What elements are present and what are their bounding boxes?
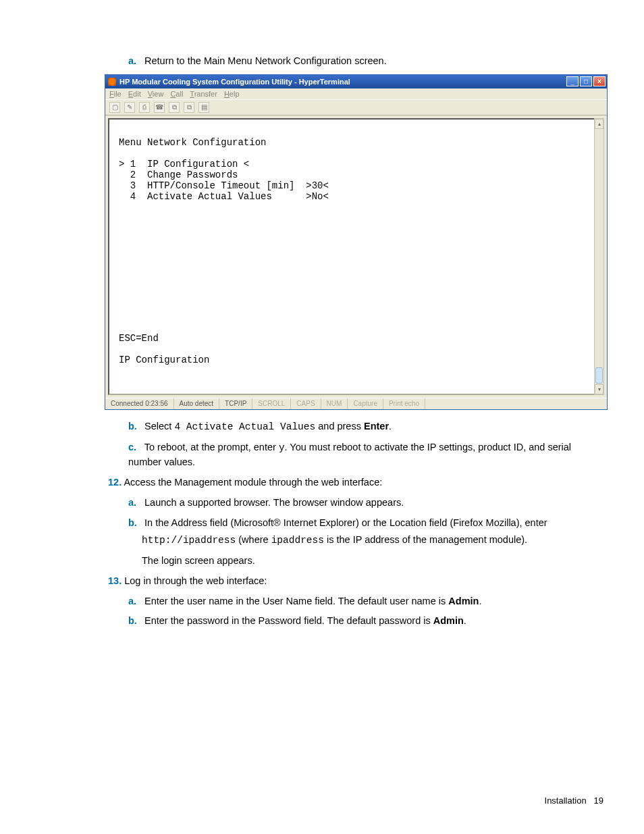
toolbar: ▢ ✎ ⎙ ☎ ⧉ ⧉ ▤ <box>105 99 607 115</box>
menu-call[interactable]: Call <box>170 90 183 98</box>
page-footer: Installation 19 <box>545 796 603 806</box>
status-num: NUM <box>321 398 348 409</box>
paste-icon[interactable]: ⧉ <box>184 102 194 113</box>
window-title: HP Modular Cooling System Configuration … <box>119 78 350 86</box>
substep-a-text: Return to the Main Menu Network Configur… <box>144 55 387 66</box>
step-13: 13. Log in through the web interface: <box>41 574 603 589</box>
status-printecho: Print echo <box>383 398 425 409</box>
status-proto: TCP/IP <box>219 398 252 409</box>
marker-a: a. <box>128 54 142 69</box>
new-icon[interactable]: ▢ <box>109 102 120 113</box>
print-icon[interactable]: ⎙ <box>139 102 150 113</box>
menu-view[interactable]: View <box>148 90 164 98</box>
marker-c: c. <box>128 440 142 455</box>
scroll-down-icon[interactable]: ▾ <box>595 384 603 394</box>
step-13a: a. Enter the user name in the User Name … <box>41 594 603 609</box>
copy-icon[interactable]: ⧉ <box>169 102 180 113</box>
status-capture: Capture <box>348 398 383 409</box>
properties-icon[interactable]: ▤ <box>198 102 209 113</box>
scroll-thumb[interactable] <box>595 367 603 384</box>
call-icon[interactable]: ☎ <box>154 102 165 113</box>
close-button[interactable]: × <box>593 76 606 86</box>
marker-12a: a. <box>128 496 142 511</box>
app-icon <box>108 78 116 86</box>
maximize-button[interactable]: □ <box>580 76 592 86</box>
marker-12b: b. <box>128 516 142 531</box>
menu-file[interactable]: File <box>109 90 122 98</box>
substep-a-return: a. Return to the Main Menu Network Confi… <box>41 54 603 69</box>
marker-13b: b. <box>128 614 142 629</box>
window-title-bar: HP Modular Cooling System Configuration … <box>105 75 607 88</box>
marker-13a: a. <box>128 594 142 609</box>
step-13b: b. Enter the password in the Password fi… <box>41 614 603 629</box>
status-scroll: SCROLL <box>252 398 291 409</box>
footer-section: Installation <box>545 796 587 806</box>
substep-c-reboot: c. To reboot, at the prompt, enter y. Yo… <box>41 440 603 471</box>
menu-help[interactable]: Help <box>224 90 240 98</box>
marker-b: b. <box>128 419 142 434</box>
status-detect: Auto detect <box>174 398 220 409</box>
menu-edit[interactable]: Edit <box>128 90 141 98</box>
minimize-button[interactable]: _ <box>566 76 579 86</box>
menu-bar[interactable]: File Edit View Call Transfer Help <box>105 88 607 99</box>
marker-12: 12. <box>108 477 122 488</box>
status-caps: CAPS <box>291 398 321 409</box>
scroll-up-icon[interactable]: ▴ <box>595 119 603 129</box>
terminal-output[interactable]: Menu Network Configuration > 1 IP Config… <box>108 118 604 395</box>
footer-page: 19 <box>594 796 603 806</box>
open-icon[interactable]: ✎ <box>124 102 135 113</box>
step-12: 12. Access the Management module through… <box>41 475 603 490</box>
step-12a: a. Launch a supported browser. The brows… <box>41 496 603 511</box>
status-bar: Connected 0:23:56 Auto detect TCP/IP SCR… <box>105 398 607 409</box>
step-12b: b. In the Address field (Microsoft® Inte… <box>41 516 603 531</box>
step-12b-line2: http://ipaddress (where ipaddress is the… <box>41 533 603 548</box>
marker-13: 13. <box>108 575 122 586</box>
hyperterminal-window: HP Modular Cooling System Configuration … <box>105 74 608 410</box>
scrollbar[interactable]: ▴ ▾ <box>594 118 604 395</box>
terminal-body-wrap: Menu Network Configuration > 1 IP Config… <box>105 115 607 398</box>
menu-transfer[interactable]: Transfer <box>190 90 217 98</box>
status-connected: Connected 0:23:56 <box>105 398 174 409</box>
substep-b-select: b. Select 4 Activate Actual Values and p… <box>41 419 603 435</box>
step-12b-line3: The login screen appears. <box>41 554 603 569</box>
